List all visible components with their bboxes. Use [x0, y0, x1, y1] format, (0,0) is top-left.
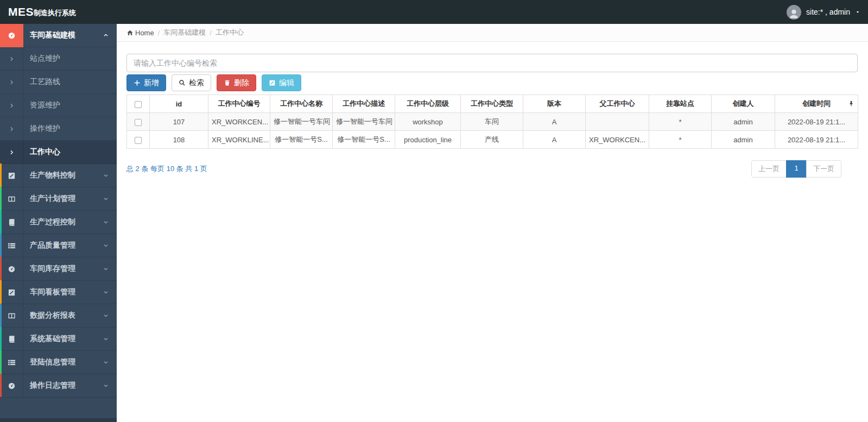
- search-button[interactable]: 检索: [172, 74, 211, 91]
- col-header-parent: 父工作中心: [586, 95, 649, 113]
- cell-id: 107: [150, 113, 208, 131]
- row-checkbox[interactable]: [135, 137, 142, 144]
- stripe: [0, 210, 2, 234]
- table-row: 108 XR_WORKLINE... 修一智能一号S... 修一智能一号S...…: [127, 131, 858, 149]
- sidebar-item-operation-log-management[interactable]: 操作日志管理: [0, 374, 117, 398]
- list-icon: [0, 234, 23, 257]
- chevron-down-icon: [103, 336, 109, 342]
- pagination-summary: 总 2 条 每页 10 条 共 1 页: [126, 164, 207, 174]
- sidebar-item-operation-maintenance[interactable]: 操作维护: [0, 117, 117, 141]
- col-header-type: 工作中心类型: [461, 95, 523, 113]
- sidebar-item-login-info-management[interactable]: 登陆信息管理: [0, 351, 117, 374]
- sidebar-item-resource-maintenance[interactable]: 资源维护: [0, 94, 117, 117]
- sidebar-item-workshop-modeling[interactable]: 车间基础建模: [0, 24, 117, 47]
- breadcrumb-home-link[interactable]: Home: [126, 29, 154, 37]
- cell-type: 产线: [461, 131, 523, 149]
- sidebar-item-process-route[interactable]: 工艺路线: [0, 71, 117, 94]
- chevron-down-icon: [103, 196, 109, 202]
- row-checkbox[interactable]: [135, 119, 142, 126]
- sidebar-item-material-control[interactable]: 生产物料控制: [0, 164, 117, 187]
- col-header-creator: 创建人: [712, 95, 775, 113]
- cell-code: XR_WORKCEN...: [208, 113, 270, 131]
- stripe: [0, 304, 2, 327]
- select-all-checkbox[interactable]: [135, 101, 142, 108]
- sidebar-item-inventory-management[interactable]: 车间库存管理: [0, 257, 117, 281]
- col-header-created-time: 创建时间: [775, 95, 858, 113]
- sidebar-item-system-management[interactable]: 系统基础管理: [0, 327, 117, 351]
- breadcrumb-separator: /: [210, 29, 212, 37]
- toolbar: 新增 检索 删除 编辑: [126, 74, 858, 91]
- chevron-down-icon: [103, 289, 109, 295]
- add-button-label: 新增: [144, 78, 159, 88]
- cell-level: production_line: [395, 131, 461, 149]
- cell-code: XR_WORKLINE...: [208, 131, 270, 149]
- next-page-button[interactable]: 下一页: [806, 160, 841, 178]
- search-icon: [179, 79, 186, 86]
- prev-page-button[interactable]: 上一页: [751, 160, 787, 178]
- edit-button[interactable]: 编辑: [262, 74, 301, 91]
- cell-version: A: [523, 131, 586, 149]
- cell-creator: admin: [712, 113, 775, 131]
- avatar: [787, 5, 801, 20]
- user-label: site:* , admin: [806, 8, 850, 16]
- pin-icon[interactable]: [848, 100, 854, 107]
- col-header-description: 工作中心描述: [333, 95, 395, 113]
- dashboard-icon: [0, 24, 23, 47]
- person-icon: [788, 8, 800, 20]
- sidebar-item-production-planning[interactable]: 生产计划管理: [0, 187, 117, 211]
- sidebar-item-label: 登陆信息管理: [23, 357, 103, 367]
- edit-icon: [269, 79, 276, 86]
- angle-right-icon: [0, 94, 23, 117]
- sidebar-item-label: 工作中心: [23, 147, 117, 157]
- grid-footer: 总 2 条 每页 10 条 共 1 页 上一页 1 下一页: [126, 160, 858, 178]
- stripe: [0, 327, 2, 350]
- sidebar-item-label: 产品质量管理: [23, 241, 103, 250]
- dashboard-icon: [0, 257, 23, 281]
- row-select-cell: [127, 113, 150, 131]
- chevron-down-icon: [103, 172, 109, 179]
- col-header-version: 版本: [523, 95, 586, 113]
- chevron-down-icon: [103, 312, 109, 319]
- sidebar-item-process-control[interactable]: 生产过程控制: [0, 211, 117, 234]
- col-header-station: 挂靠站点: [649, 95, 712, 113]
- table-header-row: id 工作中心编号 工作中心名称 工作中心描述 工作中心层级 工作中心类型 版本…: [127, 95, 858, 113]
- app-logo[interactable]: MES制造执行系统: [8, 0, 76, 24]
- user-menu[interactable]: site:* , admin: [787, 0, 860, 24]
- sidebar-item-work-center[interactable]: 工作中心: [0, 141, 117, 164]
- stripe: [0, 163, 2, 187]
- cell-version: A: [523, 113, 586, 131]
- row-select-cell: [127, 131, 150, 149]
- sidebar-item-site-maintenance[interactable]: 站点维护: [0, 47, 117, 71]
- add-button[interactable]: 新增: [126, 74, 166, 91]
- sidebar-item-label: 车间库存管理: [23, 264, 103, 274]
- sidebar-item-data-analysis-reports[interactable]: 数据分析报表: [0, 304, 117, 327]
- search-button-label: 检索: [189, 78, 204, 88]
- sidebar-item-label: 站点维护: [23, 54, 117, 64]
- sidebar-item-label: 生产过程控制: [23, 217, 103, 227]
- stripe: [0, 234, 2, 257]
- delete-button[interactable]: 删除: [217, 74, 256, 91]
- cell-created-time: 2022-08-19 21:1...: [775, 131, 858, 149]
- brand-bold: MES: [8, 5, 34, 18]
- edit-icon: [0, 281, 23, 304]
- sidebar-item-kanban-management[interactable]: 车间看板管理: [0, 281, 117, 304]
- book-icon: [0, 327, 23, 351]
- cell-created-time: 2022-08-19 21:1...: [775, 113, 858, 131]
- cell-station: *: [649, 131, 712, 149]
- search-input[interactable]: [126, 54, 858, 72]
- sidebar-item-label: 车间看板管理: [23, 287, 103, 297]
- angle-right-icon: [0, 117, 23, 141]
- breadcrumb-item-workshop-modeling[interactable]: 车间基础建模: [163, 28, 206, 37]
- chevron-up-icon: [103, 32, 109, 39]
- sidebar-item-label: 资源维护: [23, 100, 117, 110]
- col-header-created-time-label: 创建时间: [802, 99, 831, 108]
- col-header-code: 工作中心编号: [208, 95, 270, 113]
- page-1-button[interactable]: 1: [786, 160, 807, 178]
- cell-parent: XR_WORKCEN...: [586, 131, 649, 149]
- chevron-down-icon: [103, 359, 109, 366]
- cell-parent: [586, 113, 649, 131]
- col-header-id: id: [150, 95, 208, 113]
- sidebar-item-label: 生产物料控制: [23, 171, 103, 180]
- chevron-down-icon: [103, 242, 109, 249]
- sidebar-item-quality-management[interactable]: 产品质量管理: [0, 234, 117, 257]
